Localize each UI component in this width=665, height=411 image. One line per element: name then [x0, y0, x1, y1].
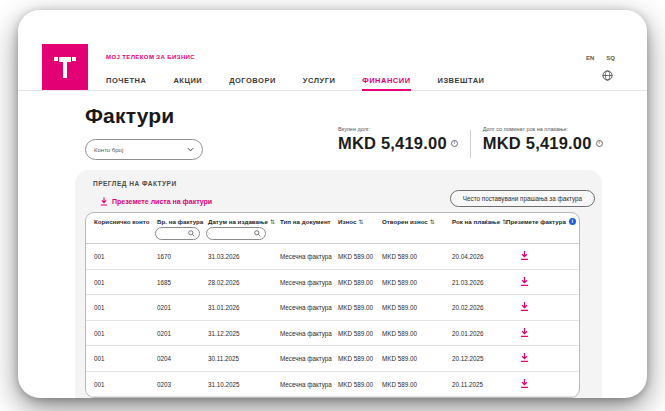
issue-date-filter[interactable] — [206, 227, 266, 240]
cell-open-amount: MKD 589.00 — [382, 329, 417, 336]
invoices-table: Корисничко конто Бр. на фактура Датум на… — [85, 212, 580, 398]
nav-item-izveshtai[interactable]: ИЗВЕШТАИ — [438, 70, 485, 91]
globe-icon[interactable] — [602, 70, 613, 81]
table-row: 001 1670 31.03.2026 Месечна фактура MKD … — [86, 244, 579, 270]
cell-issue-date: 31.01.2026 — [208, 304, 240, 311]
debt-divider — [470, 130, 471, 158]
cell-account: 001 — [94, 253, 105, 260]
table-row: 001 0201 31.12.2025 Месечна фактура MKD … — [86, 321, 579, 347]
lang-sq[interactable]: SQ — [606, 55, 615, 61]
download-icon — [100, 197, 108, 206]
column-header-issue-date: Датум на издавање⇅ — [208, 218, 275, 225]
cell-account: 001 — [94, 329, 105, 336]
nav-item-dogovori[interactable]: ДОГОВОРИ — [229, 70, 276, 91]
cell-due-date: 21.03.2026 — [452, 278, 484, 285]
lang-en[interactable]: EN — [586, 55, 594, 61]
info-icon[interactable]: i — [569, 218, 576, 225]
cell-open-amount: MKD 589.00 — [382, 380, 417, 387]
download-invoice-list-link[interactable]: Преземете листа на фактури — [100, 197, 212, 206]
cell-doc-type: Месечна фактура — [280, 304, 332, 311]
cell-due-date: 20.02.2026 — [452, 304, 484, 311]
cell-open-amount: MKD 589.00 — [382, 355, 417, 362]
nav-item-uslugi[interactable]: УСЛУГИ — [303, 70, 335, 91]
cell-amount: MKD 589.00 — [338, 355, 373, 362]
sort-icon[interactable]: ⇅ — [270, 218, 275, 225]
info-icon[interactable]: i — [596, 140, 603, 147]
download-icon — [520, 251, 529, 261]
column-header-open-amount: Отворен износ⇅ — [382, 218, 435, 225]
sort-icon[interactable]: ⇅ — [358, 218, 363, 225]
telekom-t-logo[interactable] — [42, 44, 88, 90]
cell-open-amount: MKD 589.00 — [382, 278, 417, 285]
nav-item-pochetna[interactable]: ПОЧЕТНА — [106, 70, 146, 91]
t-logo-icon — [50, 52, 80, 82]
top-header: МОЈ ТЕЛЕКОМ ЗА БИЗНИС ПОЧЕТНА АКЦИИ ДОГО… — [18, 10, 647, 91]
table-header-row: Корисничко конто Бр. на фактура Датум на… — [86, 213, 579, 244]
cell-amount: MKD 589.00 — [338, 304, 373, 311]
debt-summary: Вкупен долг: MKD 5,419.00 i Долг со поми… — [338, 126, 603, 158]
cell-invoice-no: 0201 — [157, 304, 171, 311]
cell-open-amount: MKD 589.00 — [382, 253, 417, 260]
cell-open-amount: MKD 589.00 — [382, 304, 417, 311]
sort-icon[interactable]: ⇅ — [430, 218, 435, 225]
table-row: 001 0204 30.11.2025 Месечна фактура MKD … — [86, 346, 579, 372]
cell-issue-date: 31.03.2026 — [208, 253, 240, 260]
account-select-label: Конто број — [94, 147, 187, 153]
invoices-panel: ПРЕГЛЕД НА ФАКТУРИ Преземете листа на фа… — [75, 170, 602, 398]
cell-amount: MKD 589.00 — [338, 380, 373, 387]
cell-due-date: 20.01.2026 — [452, 329, 484, 336]
cell-due-date: 20.12.2025 — [452, 355, 484, 362]
download-icon — [520, 378, 529, 388]
cell-invoice-no: 0204 — [157, 355, 171, 362]
download-invoice-button[interactable] — [520, 302, 529, 313]
download-list-label: Преземете листа на фактури — [112, 198, 212, 205]
issue-date-filter-input[interactable] — [211, 231, 254, 237]
nav-item-finansii[interactable]: ФИНАНСИИ — [362, 70, 410, 91]
account-number-select[interactable]: Конто број — [85, 139, 203, 160]
cell-due-date: 20.11.2025 — [452, 380, 483, 387]
cell-invoice-no: 1685 — [157, 278, 171, 285]
cell-due-date: 20.04.2026 — [452, 253, 484, 260]
download-invoice-button[interactable] — [520, 378, 529, 389]
cell-doc-type: Месечна фактура — [280, 278, 332, 285]
cell-issue-date: 30.11.2025 — [208, 355, 239, 362]
total-debt: Вкупен долг: MKD 5,419.00 i — [338, 126, 458, 153]
download-icon — [520, 276, 529, 286]
invoice-table-body: 001 1670 31.03.2026 Месечна фактура MKD … — [86, 244, 579, 397]
total-debt-amount: MKD 5,419.00 — [338, 134, 447, 153]
table-row: 001 1685 28.02.2026 Месечна фактура MKD … — [86, 270, 579, 296]
search-icon — [254, 230, 261, 237]
cell-amount: MKD 589.00 — [338, 329, 373, 336]
invoice-no-filter[interactable] — [155, 227, 200, 240]
page-title: Фактури — [85, 104, 174, 128]
invoice-no-filter-input[interactable] — [160, 231, 188, 237]
cell-issue-date: 31.12.2025 — [208, 329, 240, 336]
nav-item-akcii[interactable]: АКЦИИ — [173, 70, 202, 91]
cell-amount: MKD 589.00 — [338, 253, 373, 260]
column-header-invoice-no: Бр. на фактура — [157, 218, 203, 225]
download-invoice-button[interactable] — [520, 276, 529, 287]
faq-button[interactable]: Често поставувани прашања за фактура — [450, 190, 595, 207]
column-header-account: Корисничко конто — [94, 218, 150, 225]
search-icon — [188, 230, 195, 237]
overdue-debt: Долг со поминат рок на плаќање: MKD 5,41… — [483, 126, 603, 153]
cell-doc-type: Месечна фактура — [280, 380, 332, 387]
table-row: 001 0201 31.01.2026 Месечна фактура MKD … — [86, 295, 579, 321]
overdue-debt-label: Долг со поминат рок на плаќање: — [483, 126, 603, 132]
chevron-down-icon — [187, 146, 194, 153]
app-window: МОЈ ТЕЛЕКОМ ЗА БИЗНИС ПОЧЕТНА АКЦИИ ДОГО… — [18, 10, 647, 398]
download-invoice-button[interactable] — [520, 251, 529, 262]
cell-doc-type: Месечна фактура — [280, 253, 332, 260]
cell-account: 001 — [94, 355, 105, 362]
info-icon[interactable]: i — [451, 140, 458, 147]
download-icon — [520, 302, 529, 312]
cell-issue-date: 31.10.2025 — [208, 380, 240, 387]
table-row: 001 0203 31.10.2025 Месечна фактура MKD … — [86, 372, 579, 398]
language-switcher: EN SQ — [586, 55, 615, 61]
download-icon — [520, 353, 529, 363]
cell-account: 001 — [94, 304, 105, 311]
download-invoice-button[interactable] — [520, 327, 529, 338]
column-header-amount: Износ⇅ — [338, 218, 363, 225]
cell-account: 001 — [94, 278, 105, 285]
download-invoice-button[interactable] — [520, 353, 529, 364]
